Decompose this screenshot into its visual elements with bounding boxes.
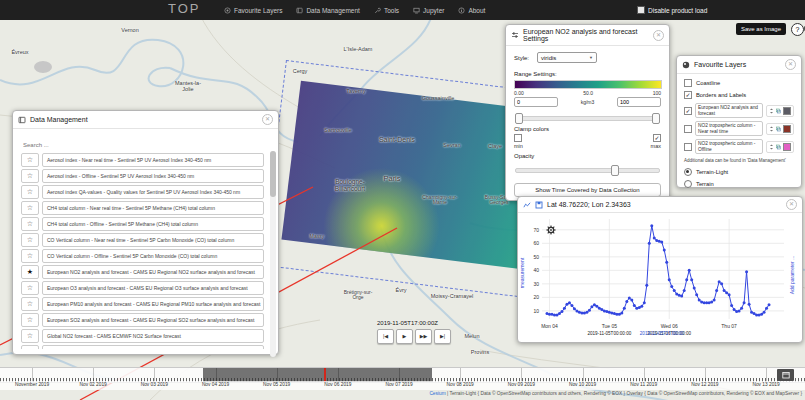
data-point[interactable] bbox=[725, 291, 728, 294]
data-point[interactable] bbox=[665, 261, 668, 264]
menu-item-data-management[interactable]: Data Management bbox=[296, 7, 359, 14]
data-point[interactable] bbox=[590, 305, 593, 308]
close-icon[interactable]: ✕ bbox=[786, 199, 797, 210]
data-point[interactable] bbox=[738, 309, 741, 312]
data-point[interactable] bbox=[693, 286, 696, 289]
fast-forward-button[interactable]: ▶▶ bbox=[415, 329, 432, 344]
data-point[interactable] bbox=[710, 301, 713, 304]
data-point[interactable] bbox=[573, 307, 576, 310]
layer-color-swatch[interactable] bbox=[783, 125, 791, 133]
data-point[interactable] bbox=[588, 309, 591, 312]
dataset-label[interactable]: CH4 total column - Offline - Sentinel 5P… bbox=[42, 217, 264, 231]
basemap-option[interactable]: Terrain-Light bbox=[684, 168, 794, 176]
data-point[interactable] bbox=[628, 297, 631, 300]
data-point[interactable] bbox=[625, 300, 628, 303]
data-point[interactable] bbox=[623, 307, 626, 310]
borders-labels-checkbox[interactable]: ✓ bbox=[684, 91, 692, 99]
range-slider[interactable] bbox=[515, 113, 660, 122]
dataset-label[interactable]: European NO2 analysis and forecast - CAM… bbox=[42, 265, 264, 279]
layer-name[interactable]: NO2 tropospheric column - Offline bbox=[695, 139, 763, 154]
data-point[interactable] bbox=[730, 304, 733, 307]
favourite-star-icon[interactable]: ☆ bbox=[21, 345, 39, 349]
range-slider-handle-min[interactable] bbox=[515, 113, 523, 124]
data-point[interactable] bbox=[765, 307, 768, 310]
data-point[interactable] bbox=[648, 242, 651, 245]
scrollbar-thumb[interactable] bbox=[270, 151, 276, 197]
menu-item-favourite-layers[interactable]: Favourite Layers bbox=[224, 7, 282, 14]
scrollbar-track[interactable] bbox=[270, 151, 276, 357]
reorder-icon[interactable] bbox=[769, 108, 774, 114]
data-point[interactable] bbox=[563, 307, 566, 310]
favourite-star-icon[interactable]: ★ bbox=[21, 265, 39, 279]
data-point[interactable] bbox=[760, 313, 763, 316]
opacity-slider[interactable] bbox=[515, 165, 660, 174]
data-point[interactable] bbox=[720, 282, 723, 285]
data-point[interactable] bbox=[620, 311, 623, 314]
data-point[interactable] bbox=[645, 284, 648, 287]
data-point[interactable] bbox=[723, 289, 726, 292]
help-button[interactable]: ? bbox=[791, 23, 804, 36]
data-point[interactable] bbox=[713, 299, 716, 302]
calendar-button[interactable] bbox=[777, 369, 794, 381]
range-min-input[interactable] bbox=[514, 97, 558, 107]
step-forward-button[interactable]: ▶| bbox=[434, 329, 451, 344]
close-icon[interactable]: ✕ bbox=[653, 30, 664, 41]
dataset-label[interactable]: CH4 total column - Near real time - Sent… bbox=[42, 201, 264, 215]
favourite-star-icon[interactable]: ☆ bbox=[21, 329, 39, 343]
data-point[interactable] bbox=[680, 295, 683, 298]
data-point[interactable] bbox=[570, 304, 573, 307]
reorder-icon[interactable] bbox=[769, 144, 774, 150]
data-point[interactable] bbox=[688, 269, 691, 272]
selected-time-link[interactable]: 2019-11-05T17:00:00 bbox=[640, 331, 684, 336]
data-point[interactable] bbox=[585, 311, 588, 314]
opacity-slider-handle[interactable] bbox=[611, 165, 619, 176]
dataset-label[interactable]: CO Vertical column - Offline - Sentinel … bbox=[42, 249, 264, 263]
range-slider-handle-max[interactable] bbox=[652, 113, 660, 124]
favourite-star-icon[interactable]: ☆ bbox=[21, 249, 39, 263]
data-point[interactable] bbox=[650, 224, 653, 227]
dataset-label[interactable]: Aerosol index - Offline - Sentinel 5P UV… bbox=[42, 169, 264, 183]
data-point[interactable] bbox=[690, 278, 693, 281]
data-point[interactable] bbox=[630, 299, 633, 302]
data-point[interactable] bbox=[745, 270, 748, 273]
data-point[interactable] bbox=[763, 311, 766, 314]
style-select[interactable]: viridis ▼ bbox=[537, 52, 597, 63]
range-slider-track[interactable] bbox=[515, 116, 660, 121]
layer-visibility-checkbox[interactable] bbox=[684, 125, 692, 133]
favourite-star-icon[interactable]: ☆ bbox=[21, 297, 39, 311]
disable-product-load-checkbox[interactable] bbox=[637, 6, 645, 14]
data-point[interactable] bbox=[733, 308, 736, 311]
add-parameter-link[interactable]: Add parameter ... bbox=[789, 256, 795, 295]
dataset-label[interactable]: Aerosol index QA-values - Quality values… bbox=[42, 185, 264, 199]
range-max-input[interactable] bbox=[617, 97, 661, 107]
step-back-button[interactable]: |◀ bbox=[377, 329, 394, 344]
data-point[interactable] bbox=[715, 289, 718, 292]
line-chart-icon[interactable] bbox=[523, 201, 531, 209]
data-point[interactable] bbox=[660, 240, 663, 243]
data-point[interactable] bbox=[718, 280, 721, 283]
coastline-checkbox[interactable] bbox=[684, 79, 692, 87]
search-input[interactable] bbox=[21, 141, 145, 149]
data-point[interactable] bbox=[768, 303, 771, 306]
basemap-option[interactable]: Terrain bbox=[684, 180, 794, 188]
clamp-max-checkbox[interactable]: ✓ bbox=[653, 134, 661, 142]
favourite-star-icon[interactable]: ☆ bbox=[21, 281, 39, 295]
save-chart-icon[interactable] bbox=[535, 201, 543, 209]
menu-item-about[interactable]: About bbox=[458, 7, 485, 14]
data-point[interactable] bbox=[558, 312, 561, 315]
close-icon[interactable]: ✕ bbox=[785, 59, 796, 70]
favourite-star-icon[interactable]: ☆ bbox=[21, 217, 39, 231]
data-point[interactable] bbox=[653, 236, 656, 239]
data-point[interactable] bbox=[643, 301, 646, 304]
dataset-label[interactable]: CO Vertical column - Near real time - Se… bbox=[42, 233, 264, 247]
data-point[interactable] bbox=[748, 303, 751, 306]
save-as-image-button[interactable]: Save as Image bbox=[736, 23, 786, 35]
menu-item-jupyter[interactable]: Jupyter bbox=[413, 7, 444, 14]
basemap-radio[interactable] bbox=[684, 168, 692, 176]
dataset-label[interactable]: European SO2 analysis and forecast - CAM… bbox=[42, 313, 264, 327]
data-point[interactable] bbox=[728, 293, 731, 296]
data-point[interactable] bbox=[640, 305, 643, 308]
attribution-cesium-link[interactable]: Cesium bbox=[429, 391, 445, 396]
chart-settings-gear-icon[interactable] bbox=[546, 225, 555, 234]
data-point[interactable] bbox=[568, 301, 571, 304]
